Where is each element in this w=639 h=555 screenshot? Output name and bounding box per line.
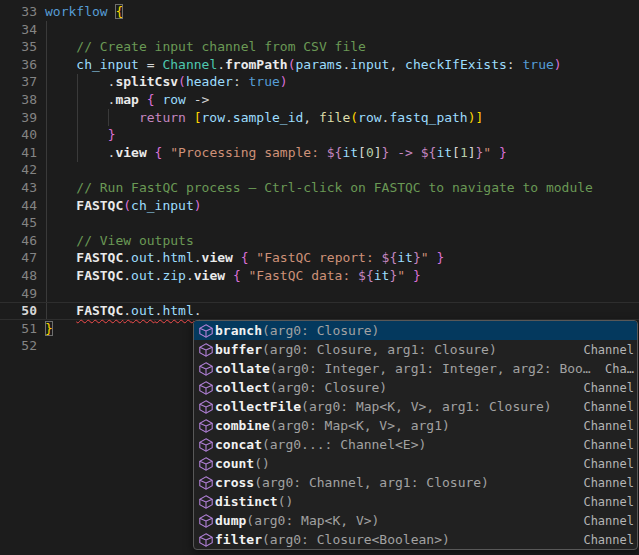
code-token: } [499, 145, 507, 160]
line-number[interactable]: 43 [0, 179, 37, 197]
line-number[interactable]: 41 [0, 144, 37, 162]
code-line-38[interactable]: 38 .map { row -> [0, 91, 639, 109]
code-token: view [194, 268, 225, 283]
code-token: // Run FastQC process – Ctrl-click on FA… [76, 180, 593, 195]
code-token: ] [374, 145, 382, 160]
line-number[interactable]: 45 [0, 214, 37, 232]
suggestion-label: count [215, 456, 254, 471]
code-token [45, 233, 76, 248]
code-token: return [139, 110, 186, 125]
method-icon [196, 457, 215, 471]
line-content: FASTQC(ch_input) [45, 197, 202, 215]
code-line-42[interactable]: 42 [0, 161, 639, 179]
suggestion-concat[interactable]: concat(arg0...: Channel<E>)Channel [194, 435, 637, 454]
code-token: ] [476, 110, 484, 125]
code-token: : [233, 74, 249, 89]
code-line-49[interactable]: 49 [0, 285, 639, 303]
code-token [405, 268, 413, 283]
error-squiggle-token: html [162, 303, 193, 318]
suggestion-count[interactable]: count()Channel [194, 454, 637, 473]
code-token: row [202, 110, 225, 125]
code-token: { [147, 92, 155, 107]
line-number[interactable]: 40 [0, 126, 37, 144]
line-content: return [row.sample_id, file(row.fastq_pa… [45, 109, 483, 127]
suggestion-filter[interactable]: filter(arg0: Closure<Boolean>)Channel [194, 530, 637, 549]
code-line-40[interactable]: 40 } [0, 126, 639, 144]
line-number[interactable]: 49 [0, 285, 37, 303]
line-number[interactable]: 39 [0, 109, 37, 127]
code-token: "FastQC report: [256, 250, 381, 265]
code-token: splitCsv [115, 74, 178, 89]
code-token [225, 268, 233, 283]
code-token: ) [194, 198, 202, 213]
code-token: } [413, 250, 421, 265]
suggestion-signature: () [278, 494, 294, 509]
line-number[interactable]: 36 [0, 56, 37, 74]
suggestion-detail: Channel [575, 476, 634, 490]
suggestion-cross[interactable]: cross(arg0: Channel, arg1: Closure)Chann… [194, 473, 637, 492]
line-number[interactable]: 52 [0, 337, 37, 355]
code-line-45[interactable]: 45 [0, 214, 639, 232]
line-number[interactable]: 42 [0, 161, 37, 179]
code-token: sample_id [233, 110, 303, 125]
code-token: ] [468, 145, 476, 160]
code-token: . [45, 145, 115, 160]
line-number[interactable]: 44 [0, 197, 37, 215]
suggestion-buffer[interactable]: buffer(arg0: Closure, arg1: Closure)Chan… [194, 340, 637, 359]
suggestion-detail: Channel [575, 419, 634, 433]
code-line-44[interactable]: 44 FASTQC(ch_input) [0, 197, 639, 215]
suggestion-collect[interactable]: collect(arg0: Closure)Channel [194, 378, 637, 397]
suggestion-collate[interactable]: collate(arg0: Integer, arg1: Integer, ar… [194, 359, 637, 378]
line-number[interactable]: 35 [0, 38, 37, 56]
suggestion-signature: (arg0...: Channel<E>) [262, 437, 426, 452]
code-token: it [397, 250, 413, 265]
code-token [45, 268, 76, 283]
code-token: ${ [382, 250, 398, 265]
code-line-46[interactable]: 46 // View outputs [0, 232, 639, 250]
code-token: ${ [327, 145, 343, 160]
suggestion-signature: (arg0: Closure) [262, 323, 379, 338]
suggestion-collectFile[interactable]: collectFile(arg0: Map<K, V>, arg1: Closu… [194, 397, 637, 416]
code-token: . [186, 268, 194, 283]
suggestion-distinct[interactable]: distinct()Channel [194, 492, 637, 511]
error-squiggle-token: . [123, 303, 131, 318]
code-token: header [186, 74, 233, 89]
line-number[interactable]: 48 [0, 267, 37, 285]
line-number[interactable]: 46 [0, 232, 37, 250]
code-line-34[interactable]: 34 [0, 21, 639, 39]
suggestion-label: dump [215, 513, 246, 528]
code-line-43[interactable]: 43 // Run FastQC process – Ctrl-click on… [0, 179, 639, 197]
method-icon [196, 362, 215, 376]
line-content: } [45, 320, 53, 338]
code-line-47[interactable]: 47 FASTQC.out.html.view { "FastQC report… [0, 249, 639, 267]
code-token: -> [186, 92, 209, 107]
line-number[interactable]: 50 [0, 302, 37, 320]
code-line-37[interactable]: 37 .splitCsv(header: true) [0, 73, 639, 91]
line-number[interactable]: 34 [0, 21, 37, 39]
line-number[interactable]: 47 [0, 249, 37, 267]
code-token: row [358, 110, 381, 125]
code-line-50[interactable]: 50 FASTQC.out.html. [0, 302, 639, 320]
code-token: FASTQC [76, 250, 123, 265]
method-icon [196, 400, 215, 414]
code-token: ch_input [131, 198, 194, 213]
suggestion-branch[interactable]: branch(arg0: Closure) [194, 321, 637, 340]
code-token: } [108, 127, 116, 142]
code-line-48[interactable]: 48 FASTQC.out.zip.view { "FastQC data: $… [0, 267, 639, 285]
code-line-36[interactable]: 36 ch_input = Channel.fromPath(params.in… [0, 56, 639, 74]
code-token [233, 250, 241, 265]
line-number[interactable]: 37 [0, 73, 37, 91]
code-token: -> [389, 145, 420, 160]
code-line-39[interactable]: 39 return [row.sample_id, file(row.fastq… [0, 109, 639, 127]
code-line-41[interactable]: 41 .view { "Processing sample: ${it[0]} … [0, 144, 639, 162]
suggestion-dump[interactable]: dump(arg0: Map<K, V>)Channel [194, 511, 637, 530]
line-number[interactable]: 33 [0, 3, 37, 21]
line-number[interactable]: 38 [0, 91, 37, 109]
suggestion-label: combine [215, 418, 270, 433]
code-token: " [483, 145, 491, 160]
code-token: Channel [162, 57, 217, 72]
code-line-35[interactable]: 35 // Create input channel from CSV file [0, 38, 639, 56]
line-number[interactable]: 51 [0, 320, 37, 338]
suggestion-combine[interactable]: combine(arg0: Map<K, V>, arg1)Channel [194, 416, 637, 435]
code-line-33[interactable]: 33workflow { [0, 3, 639, 21]
